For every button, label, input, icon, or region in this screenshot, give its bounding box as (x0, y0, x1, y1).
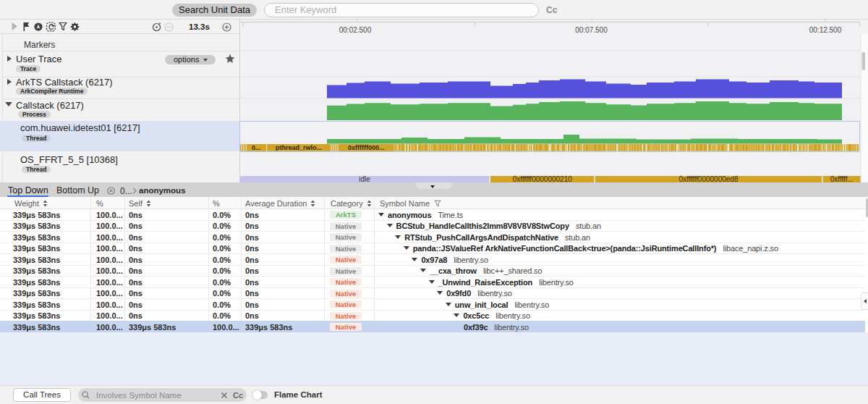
svg-text:idle: idle (359, 175, 370, 183)
svg-text:0xffffff000...: 0xffffff000... (348, 144, 385, 151)
svg-text:00:12.500: 00:12.500 (809, 26, 842, 34)
svg-text:0xfffff...: 0xfffff... (830, 175, 854, 183)
svg-text:0xffffff0000000210: 0xffffff0000000210 (513, 175, 572, 183)
svg-text:0xffffff0000000ed8: 0xffffff0000000ed8 (679, 175, 739, 183)
svg-text:pthread_rwlo...: pthread_rwlo... (276, 144, 322, 151)
svg-text:00:07.500: 00:07.500 (575, 26, 608, 34)
svg-text:0...: 0... (252, 144, 261, 151)
svg-text:00:02.500: 00:02.500 (339, 26, 372, 34)
